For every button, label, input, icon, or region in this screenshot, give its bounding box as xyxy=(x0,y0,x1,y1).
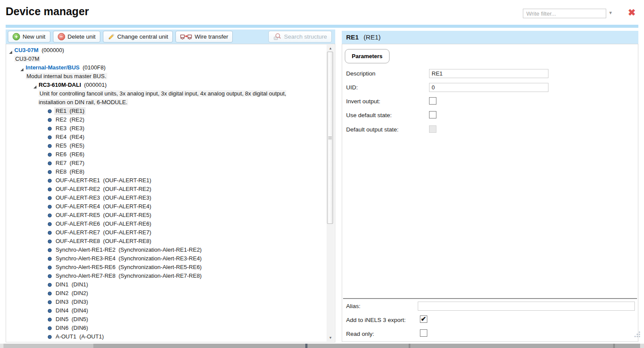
tree-branch-title[interactable]: Internal-Master/BUS(0100F8) xyxy=(26,63,107,72)
bullet-icon xyxy=(48,274,52,278)
search-icon xyxy=(273,33,281,40)
leaf-label: OUF-ALERT-RE6(OUF-ALERT-RE6) xyxy=(54,220,152,228)
leaf-label: OUF-ALERT-RE4(OUF-ALERT-RE4) xyxy=(54,203,152,210)
wire-transfer-icon xyxy=(180,33,192,40)
branch-address: (000000) xyxy=(42,47,64,53)
leaf-label: Synchro-Alert-RE5-RE6(Synchronization-Al… xyxy=(54,263,203,271)
tree-leaf-synchro-alert-re1-re2[interactable]: Synchro-Alert-RE1-RE2(Synchronization-Al… xyxy=(6,246,326,254)
bullet-icon xyxy=(48,144,52,148)
expander-expanded-icon[interactable] xyxy=(9,51,14,63)
tree-leaf-din5[interactable]: DIN5(DIN5) xyxy=(6,315,326,324)
tree-leaf-ouf-alert-re6[interactable]: OUF-ALERT-RE6(OUF-ALERT-RE6) xyxy=(6,220,326,228)
leaf-label: RE6(RE6) xyxy=(54,151,86,158)
delete-unit-button[interactable]: − Delete unit xyxy=(53,31,101,43)
bullet-icon xyxy=(48,240,52,243)
toolbar: + New unit − Delete unit Change central … xyxy=(6,30,335,44)
tab-parameters[interactable]: Parameters xyxy=(345,49,390,63)
tree-branch-description: CU3-07M xyxy=(14,55,64,63)
leaf-label: DIN3(DIN3) xyxy=(54,298,89,306)
leaf-label: Synchro-Alert-RE3-RE4(Synchronization-Al… xyxy=(54,255,203,263)
tree-leaf-ouf-alert-re5[interactable]: OUF-ALERT-RE5(OUF-ALERT-RE5) xyxy=(6,211,326,220)
tree-leaf-re3[interactable]: RE3(RE3) xyxy=(6,124,326,133)
invert-output-checkbox[interactable] xyxy=(429,97,436,105)
search-structure-button[interactable]: Search structure xyxy=(268,31,332,43)
tree-branch-title[interactable]: CU3-07M(000000) xyxy=(14,46,64,55)
leaf-label: RE7(RE7) xyxy=(54,159,86,167)
tree-leaf-ouf-alert-re1[interactable]: OUF-ALERT-RE1(OUF-ALERT-RE1) xyxy=(6,176,326,185)
tree-leaf-a-out1[interactable]: A-OUT1(A-OUT1) xyxy=(6,332,326,341)
bullet-icon xyxy=(48,231,52,235)
tree-leaf-re1[interactable]: RE1(RE1) xyxy=(6,107,326,115)
inels3-export-checkbox[interactable] xyxy=(420,315,427,323)
uid-field[interactable] xyxy=(429,83,548,92)
read-only-checkbox[interactable] xyxy=(420,329,427,337)
tree-leaf-re5[interactable]: RE5(RE5) xyxy=(6,141,326,150)
change-central-unit-button[interactable]: Change central unit xyxy=(103,31,173,43)
tree-leaf-ouf-alert-re2[interactable]: OUF-ALERT-RE2(OUF-ALERT-RE2) xyxy=(6,185,326,194)
tree-leaf-synchro-alert-re3-re4[interactable]: Synchro-Alert-RE3-RE4(Synchronization-Al… xyxy=(6,254,326,263)
footer-divider xyxy=(343,298,637,299)
description-field[interactable] xyxy=(429,69,548,78)
bullet-icon xyxy=(48,213,52,217)
detail-title: RE1 xyxy=(346,33,359,41)
new-unit-label: New unit xyxy=(23,33,46,40)
alias-field[interactable] xyxy=(418,302,635,311)
tree-leaf-ouf-alert-re4[interactable]: OUF-ALERT-RE4(OUF-ALERT-RE4) xyxy=(6,202,326,211)
branch-address: (000001) xyxy=(84,82,107,88)
bullet-icon xyxy=(48,318,52,322)
tree-leaf-din2[interactable]: DIN2(DIN2) xyxy=(6,289,326,298)
plus-icon: + xyxy=(13,33,20,40)
read-only-label: Read only: xyxy=(346,331,374,337)
tree-leaf-din6[interactable]: DIN6(DIN6) xyxy=(6,324,326,332)
tree-leaf-din1[interactable]: DIN1(DIN1) xyxy=(6,280,326,289)
leaf-label: RE8(RE8) xyxy=(54,168,86,176)
leaf-label: OUF-ALERT-RE5(OUF-ALERT-RE5) xyxy=(54,211,152,219)
tree-leaf-re7[interactable]: RE7(RE7) xyxy=(6,159,326,167)
new-unit-button[interactable]: + New unit xyxy=(8,31,50,43)
tree-scrollbar[interactable]: ▲ ▼ xyxy=(327,45,334,341)
default-output-state-checkbox xyxy=(429,125,436,133)
tree-leaf-din3[interactable]: DIN3(DIN3) xyxy=(6,298,326,306)
branch-name: Internal-Master/BUS xyxy=(26,64,79,71)
use-default-state-checkbox[interactable] xyxy=(429,111,436,118)
expander-expanded-icon[interactable] xyxy=(20,68,26,81)
tree-leaf-din4[interactable]: DIN4(DIN4) xyxy=(6,306,326,315)
search-structure-label: Search structure xyxy=(284,33,327,40)
leaf-label: Synchro-Alert-RE7-RE8(Synchronization-Al… xyxy=(54,272,203,280)
tree-leaf-synchro-alert-re7-re8[interactable]: Synchro-Alert-RE7-RE8(Synchronization-Al… xyxy=(6,272,326,280)
tree-leaf-ouf-alert-re7[interactable]: OUF-ALERT-RE7(OUF-ALERT-RE7) xyxy=(6,228,326,237)
leaf-label: OUF-ALERT-RE8(OUF-ALERT-RE8) xyxy=(54,237,152,245)
tree-leaf-re6[interactable]: RE6(RE6) xyxy=(6,150,326,159)
tree-leaf-re8[interactable]: RE8(RE8) xyxy=(6,167,326,176)
bullet-icon xyxy=(48,292,52,295)
bottom-frame xyxy=(0,344,644,348)
filter-input[interactable] xyxy=(523,9,606,18)
chevron-down-icon[interactable]: ▼ xyxy=(608,10,613,15)
description-label: Description xyxy=(346,70,376,77)
branch-name: RC3-610M-DALI xyxy=(39,82,81,88)
tree-leaf-ouf-alert-re3[interactable]: OUF-ALERT-RE3(OUF-ALERT-RE3) xyxy=(6,194,326,202)
tree-leaf-synchro-alert-re5-re6[interactable]: Synchro-Alert-RE5-RE6(Synchronization-Al… xyxy=(6,263,326,272)
leaf-label: DIN1(DIN1) xyxy=(54,281,89,289)
bullet-icon xyxy=(48,135,52,139)
tree-leaf-re2[interactable]: RE2(RE2) xyxy=(6,115,326,124)
scrollbar-thumb[interactable] xyxy=(327,52,333,224)
minus-icon: − xyxy=(58,33,65,40)
bullet-icon xyxy=(48,109,52,113)
tree-leaf-re4[interactable]: RE4(RE4) xyxy=(6,133,326,141)
bullet-icon xyxy=(48,266,52,269)
bullet-icon xyxy=(48,187,52,191)
wire-transfer-label: Wire transfer xyxy=(195,33,228,40)
bullet-icon xyxy=(48,283,52,287)
wire-transfer-button[interactable]: Wire transfer xyxy=(175,31,233,43)
leaf-label: RE4(RE4) xyxy=(54,133,86,141)
tree-branch-title[interactable]: RC3-610M-DALI(000001) xyxy=(39,81,308,89)
leaf-label: DIN5(DIN5) xyxy=(54,315,89,323)
scroll-down-icon[interactable]: ▼ xyxy=(327,336,334,340)
tree-leaf-ouf-alert-re8[interactable]: OUF-ALERT-RE8(OUF-ALERT-RE8) xyxy=(6,237,326,246)
resize-grip-icon[interactable] xyxy=(634,331,641,339)
scroll-up-icon[interactable]: ▲ xyxy=(327,46,334,50)
detail-subtitle: (RE1) xyxy=(363,33,380,41)
expander-expanded-icon[interactable] xyxy=(33,85,39,107)
close-icon[interactable]: ✖ xyxy=(628,7,636,18)
